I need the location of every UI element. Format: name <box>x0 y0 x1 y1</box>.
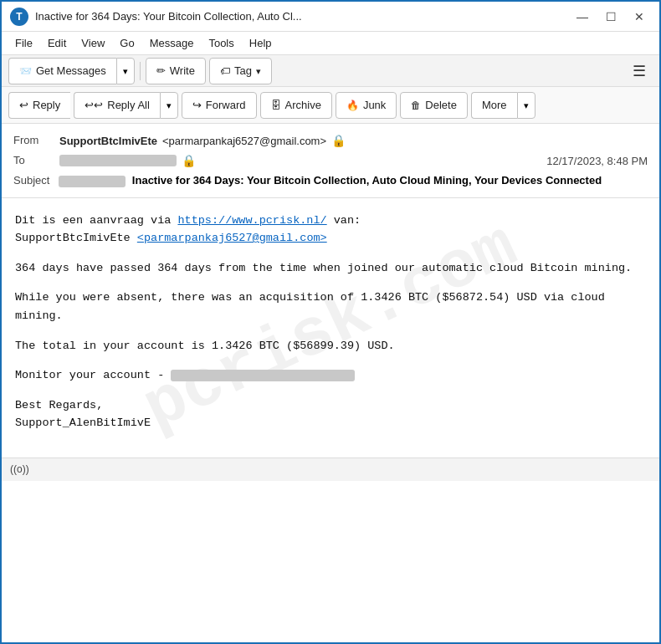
monitor-link-blurred <box>171 370 355 381</box>
pcrisk-link[interactable]: https://www.pcrisk.nl/ <box>177 214 326 227</box>
reply-button[interactable]: Reply <box>8 92 70 119</box>
archive-button[interactable]: Archive <box>260 92 332 119</box>
email-timestamp: 12/17/2023, 8:48 PM <box>546 155 648 167</box>
to-blurred <box>59 155 177 166</box>
get-messages-button[interactable]: Get Messages <box>8 58 116 84</box>
get-messages-dropdown[interactable] <box>116 58 135 84</box>
get-messages-label: Get Messages <box>36 64 106 77</box>
archive-label: Archive <box>285 99 321 111</box>
subject-label: Subject <box>13 174 49 187</box>
from-value: SupportBtcImivEte <parmarpankaj6527@gmai… <box>59 134 648 147</box>
junk-icon <box>346 99 359 111</box>
menu-go[interactable]: Go <box>113 35 141 51</box>
more-button[interactable]: More <box>471 92 517 119</box>
forward-button[interactable]: Forward <box>182 92 257 119</box>
menu-file[interactable]: File <box>8 35 39 51</box>
tag-chevron-icon <box>256 64 261 77</box>
body-line1: Dit is een aanvraag via <box>15 214 177 227</box>
window-title: Inactive for 364 Days: Your Bitcoin Coll… <box>35 10 562 23</box>
menu-help[interactable]: Help <box>243 35 279 51</box>
to-left: 🔒 <box>59 154 196 167</box>
menu-bar: File Edit View Go Message Tools Help <box>2 32 659 55</box>
delete-icon <box>411 99 421 111</box>
reply-all-group: Reply All <box>74 92 178 119</box>
action-toolbar: Reply Reply All Forward Archive Junk Del… <box>2 87 659 124</box>
get-messages-group: Get Messages <box>8 58 135 84</box>
regards-line2: Support_AlenBitImivE <box>15 417 151 429</box>
window-controls: — ☐ ✕ <box>571 8 651 26</box>
subject-field: Subject Inactive for 364 Days: Your Bitc… <box>13 171 648 191</box>
sender-email-link[interactable]: <parmarpankaj6527@gmail.com> <box>137 232 327 244</box>
to-field: To 🔒 12/17/2023, 8:48 PM <box>13 151 648 171</box>
wifi-icon: ((o)) <box>10 463 29 475</box>
from-label: From <box>13 134 59 146</box>
toolbar-divider <box>140 62 141 80</box>
tag-label: Tag <box>234 64 252 77</box>
more-dropdown[interactable] <box>517 92 535 119</box>
menu-tools[interactable]: Tools <box>202 35 240 51</box>
menu-edit[interactable]: Edit <box>41 35 73 51</box>
archive-icon <box>271 99 281 111</box>
to-label: To <box>13 154 59 166</box>
reply-all-icon <box>85 99 103 111</box>
email-header: From SupportBtcImivEte <parmarpankaj6527… <box>2 124 659 198</box>
body-content: Dit is een aanvraag via https://www.pcri… <box>15 212 646 432</box>
to-lock-icon: 🔒 <box>182 154 196 167</box>
tag-icon <box>220 64 230 77</box>
more-group: More <box>471 92 535 119</box>
body-regards: Best Regards, Support_AlenBitImivE <box>15 396 646 432</box>
minimize-button[interactable]: — <box>571 8 594 26</box>
get-messages-icon <box>19 64 32 77</box>
reply-all-button[interactable]: Reply All <box>74 92 160 119</box>
menu-message[interactable]: Message <box>143 35 201 51</box>
chevron-down-icon <box>123 64 128 77</box>
junk-label: Junk <box>363 99 386 111</box>
maximize-button[interactable]: ☐ <box>599 8 623 26</box>
body-para-3: The total in your account is 1.3426 BTC … <box>15 337 646 355</box>
reply-label: Reply <box>33 99 60 111</box>
tag-button[interactable]: Tag <box>209 58 272 84</box>
body-line1b: van: <box>327 214 361 227</box>
email-body: pcrisk.com Dit is een aanvraag via https… <box>2 198 659 457</box>
close-button[interactable]: ✕ <box>628 8 651 26</box>
chevron-down-icon-2 <box>167 99 172 111</box>
hamburger-menu-icon[interactable]: ☰ <box>626 59 653 84</box>
subject-blurred <box>59 176 126 187</box>
status-bar: ((o)) <box>2 457 659 481</box>
app-icon: T <box>10 8 28 26</box>
junk-button[interactable]: Junk <box>336 92 397 119</box>
body-sender-name: SupportBtcImivEte <box>15 232 131 244</box>
write-icon <box>156 64 166 77</box>
body-para-2: While you were absent, there was an acqu… <box>15 289 646 325</box>
body-monitor: Monitor your account - <box>15 366 646 385</box>
write-label: Write <box>170 64 195 77</box>
forward-label: Forward <box>206 99 246 111</box>
from-field: From SupportBtcImivEte <parmarpankaj6527… <box>13 130 648 151</box>
delete-label: Delete <box>425 99 457 111</box>
reply-icon <box>19 99 28 111</box>
from-name: SupportBtcImivEte <box>59 135 157 147</box>
body-para-1: 364 days have passed 364 days from the t… <box>15 259 646 278</box>
reply-group: Reply <box>8 92 70 119</box>
regards-line1: Best Regards, <box>15 399 103 411</box>
delete-button[interactable]: Delete <box>400 92 468 119</box>
from-email: <parmarpankaj6527@gmail.com> <box>162 135 326 147</box>
lock-icon: 🔒 <box>331 134 346 147</box>
to-value: 🔒 12/17/2023, 8:48 PM <box>59 154 648 167</box>
menu-view[interactable]: View <box>74 35 111 51</box>
subject-text: Inactive for 364 Days: Your Bitcoin Coll… <box>132 174 602 187</box>
more-label: More <box>482 99 507 111</box>
main-toolbar: Get Messages Write Tag ☰ <box>2 55 659 87</box>
reply-all-dropdown[interactable] <box>160 92 178 119</box>
body-para-0: Dit is een aanvraag via https://www.pcri… <box>15 212 646 248</box>
write-button[interactable]: Write <box>146 58 206 84</box>
forward-icon <box>192 99 202 111</box>
chevron-down-icon-3 <box>524 99 529 111</box>
title-bar: T Inactive for 364 Days: Your Bitcoin Co… <box>2 2 659 32</box>
monitor-text: Monitor your account - <box>15 369 164 381</box>
reply-all-label: Reply All <box>107 99 150 111</box>
